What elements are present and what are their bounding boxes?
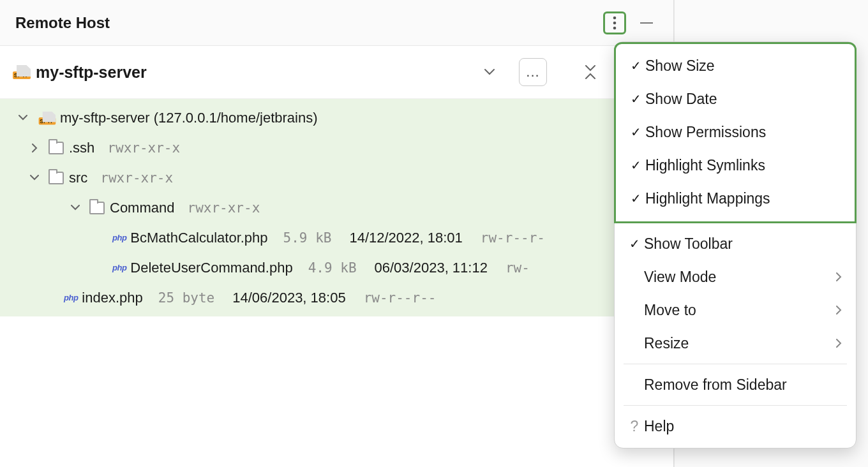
file-date: 14/06/2023, 18:05 bbox=[232, 290, 345, 306]
folder-icon bbox=[49, 142, 64, 154]
menu-item-show-permissions[interactable]: ✓ Show Permissions bbox=[616, 115, 855, 149]
kebab-icon bbox=[613, 16, 617, 30]
folder-icon bbox=[89, 202, 105, 214]
svg-point-1 bbox=[613, 21, 617, 24]
menu-item-highlight-symlinks[interactable]: ✓ Highlight Symlinks bbox=[616, 149, 855, 182]
tree-folder-src[interactable]: src rwxr-xr-x bbox=[0, 163, 673, 193]
menu-separator bbox=[624, 405, 847, 406]
server-toolbar: SFTP my-sftp-server ... bbox=[0, 46, 673, 99]
options-button[interactable] bbox=[603, 11, 626, 34]
folder-name: .ssh bbox=[69, 140, 94, 156]
check-icon: ✓ bbox=[625, 236, 644, 251]
folder-name: src bbox=[69, 170, 87, 186]
more-actions-button[interactable]: ... bbox=[519, 58, 547, 86]
php-file-icon: php bbox=[112, 233, 126, 242]
menu-item-move-to[interactable]: Move to bbox=[615, 293, 856, 327]
folder-permissions: rwxr-xr-x bbox=[100, 170, 173, 186]
server-name: my-sftp-server bbox=[36, 63, 473, 82]
file-name: index.php bbox=[82, 290, 142, 306]
tree-file-row[interactable]: php index.php 25 byte 14/06/2023, 18:05 … bbox=[0, 283, 673, 313]
sftp-server-icon: SFTP bbox=[11, 65, 31, 79]
chevron-right-icon bbox=[836, 339, 842, 348]
sftp-server-icon: SFTP bbox=[38, 111, 56, 124]
php-file-icon: php bbox=[64, 293, 78, 302]
chevron-right-icon bbox=[836, 306, 842, 315]
remote-host-panel: Remote Host SFTP my-sftp-server bbox=[0, 0, 674, 467]
check-icon: ✓ bbox=[626, 58, 645, 73]
folder-permissions: rwxr-xr-x bbox=[107, 140, 180, 156]
tree-folder-command[interactable]: Command rwxr-xr-x bbox=[0, 193, 673, 223]
menu-item-view-mode[interactable]: View Mode bbox=[615, 260, 856, 293]
server-dropdown[interactable] bbox=[477, 59, 502, 85]
menu-item-remove-from-sidebar[interactable]: Remove from Sidebar bbox=[615, 368, 856, 401]
folder-name: Command bbox=[110, 200, 174, 216]
menu-item-show-toolbar[interactable]: ✓ Show Toolbar bbox=[615, 227, 856, 260]
chevron-down-icon[interactable] bbox=[68, 205, 83, 211]
php-file-icon: php bbox=[112, 263, 126, 272]
menu-item-resize[interactable]: Resize bbox=[615, 327, 856, 360]
file-permissions: rw- bbox=[505, 260, 530, 276]
menu-item-show-size[interactable]: ✓ Show Size bbox=[616, 49, 855, 82]
file-size: 4.9 kB bbox=[308, 260, 357, 276]
collapse-icon bbox=[584, 65, 597, 79]
minimize-button[interactable] bbox=[635, 11, 658, 34]
panel-title: Remote Host bbox=[15, 14, 603, 32]
options-menu: ✓ Show Size ✓ Show Date ✓ Show Permissio… bbox=[614, 41, 857, 448]
chevron-right-icon bbox=[836, 272, 842, 281]
remote-file-tree: SFTP my-sftp-server (127.0.0.1/home/jetb… bbox=[0, 99, 673, 316]
help-icon: ? bbox=[625, 418, 644, 435]
menu-item-help[interactable]: ? Help bbox=[615, 410, 856, 443]
folder-icon bbox=[49, 172, 64, 184]
chevron-right-icon[interactable] bbox=[27, 144, 42, 152]
menu-separator bbox=[624, 364, 847, 364]
check-icon: ✓ bbox=[626, 91, 645, 107]
svg-point-0 bbox=[613, 16, 617, 19]
file-size: 5.9 kB bbox=[283, 230, 332, 246]
folder-permissions: rwxr-xr-x bbox=[187, 200, 260, 216]
file-permissions: rw-r--r-- bbox=[364, 290, 437, 306]
file-date: 06/03/2023, 11:12 bbox=[375, 260, 488, 276]
file-date: 14/12/2022, 18:01 bbox=[349, 230, 462, 246]
chevron-down-icon[interactable] bbox=[27, 175, 42, 181]
check-icon: ✓ bbox=[626, 191, 645, 206]
check-icon: ✓ bbox=[626, 124, 645, 140]
tree-file-row[interactable]: php BcMathCalculator.php 5.9 kB 14/12/20… bbox=[0, 223, 673, 253]
file-size: 25 byte bbox=[158, 290, 215, 306]
tree-folder-ssh[interactable]: .ssh rwxr-xr-x bbox=[0, 133, 673, 163]
tree-file-row[interactable]: php DeleteUserCommand.php 4.9 kB 06/03/2… bbox=[0, 253, 673, 283]
file-permissions: rw-r--r- bbox=[481, 230, 545, 246]
options-menu-display-group: ✓ Show Size ✓ Show Date ✓ Show Permissio… bbox=[614, 42, 857, 223]
chevron-down-icon bbox=[484, 69, 495, 75]
minimize-icon bbox=[640, 22, 653, 24]
menu-item-highlight-mappings[interactable]: ✓ Highlight Mappings bbox=[616, 182, 855, 215]
tree-root-row[interactable]: SFTP my-sftp-server (127.0.0.1/home/jetb… bbox=[0, 103, 673, 133]
panel-header: Remote Host bbox=[0, 0, 673, 46]
file-name: BcMathCalculator.php bbox=[130, 230, 267, 246]
file-name: DeleteUserCommand.php bbox=[130, 260, 292, 276]
chevron-down-icon[interactable] bbox=[15, 115, 31, 121]
menu-item-show-date[interactable]: ✓ Show Date bbox=[616, 82, 855, 115]
panel-header-actions bbox=[603, 11, 658, 34]
svg-point-2 bbox=[613, 26, 617, 29]
check-icon: ✓ bbox=[626, 158, 645, 173]
collapse-all-button[interactable] bbox=[578, 59, 603, 85]
ellipsis-icon: ... bbox=[526, 64, 539, 80]
tree-root-label: my-sftp-server (127.0.0.1/home/jetbrains… bbox=[60, 110, 318, 126]
